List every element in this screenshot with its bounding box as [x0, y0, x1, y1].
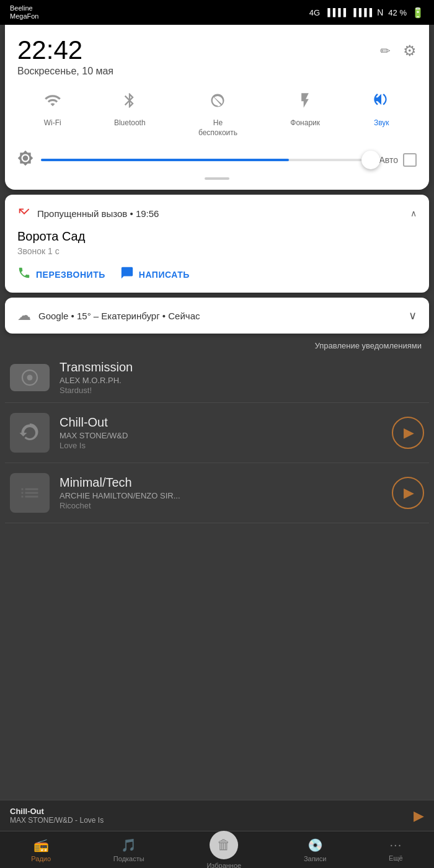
wifi-label: Wi-Fi	[44, 118, 61, 128]
auto-label: Авто	[379, 155, 398, 165]
carrier2-label: MegaFon	[10, 12, 38, 20]
sound-icon	[373, 92, 390, 113]
podcasts-icon: 🎵	[121, 838, 136, 852]
music-title: Chill-Out	[60, 415, 382, 430]
nav-label-podcasts: Подкасты	[113, 855, 144, 862]
wifi-icon	[44, 92, 61, 113]
qs-date: Воскресенье, 10 мая	[17, 66, 113, 77]
carrier1-label: Beeline	[10, 4, 38, 12]
music-artist: ARCHIE HAMILTON/ENZO SIR...	[60, 491, 382, 500]
player-title: Chill-Out	[10, 807, 406, 816]
notif-header: Пропущенный вызов • 19:56 ∧	[17, 205, 417, 222]
play-icon: ▶	[404, 425, 414, 441]
signal-icon: ▐▐▐▐	[325, 8, 346, 17]
bluetooth-icon	[121, 92, 138, 113]
player-artist: MAX STONE/W&D - Love Is	[10, 816, 406, 825]
battery-icon: 🔋	[412, 7, 424, 19]
nfc-icon: N	[377, 7, 383, 17]
flashlight-icon	[296, 92, 314, 113]
music-title: Transmission	[60, 360, 424, 374]
weather-notification: ☁ Google • 15° – Екатеринбург • Сейчас ∨	[5, 298, 429, 334]
play-button-chillout[interactable]: ▶	[392, 417, 424, 449]
signal2-icon: ▐▐▐▐	[351, 8, 372, 17]
album-art-transmission	[10, 364, 50, 391]
nav-label-radio: Радио	[31, 855, 51, 862]
bottom-nav: 📻 Радио 🎵 Подкасты 🗑 Избранное 💿 Записи …	[0, 831, 434, 868]
qs-header-icons: ✏ ⚙	[380, 42, 417, 60]
dnd-icon	[209, 92, 226, 113]
brightness-icon	[17, 150, 33, 170]
notif-title: Пропущенный вызов • 19:56	[37, 208, 402, 219]
svg-point-1	[27, 375, 33, 381]
qs-datetime: 22:42 Воскресенье, 10 мая	[17, 37, 113, 77]
dnd-label: Небеспокоить	[198, 118, 237, 138]
missed-call-notification: Пропущенный вызов • 19:56 ∧ Ворота Сад З…	[5, 195, 429, 293]
list-item: Minimal/Tech ARCHIE HAMILTON/ENZO SIR...…	[5, 463, 429, 523]
nav-item-more[interactable]: ··· Ещё	[389, 838, 403, 862]
auto-brightness-row: Авто	[379, 153, 417, 167]
notif-expand-icon[interactable]: ∧	[410, 208, 417, 218]
brightness-track[interactable]	[41, 159, 371, 161]
send-message-label: НАПИСАТЬ	[139, 270, 190, 280]
signal1-label: 4G	[309, 8, 320, 17]
quick-settings-panel: 22:42 Воскресенье, 10 мая ✏ ⚙ Wi-Fi Blue…	[5, 25, 429, 190]
play-icon: ▶	[404, 485, 414, 501]
app-content: Transmission ALEX M.O.R.PH. Stardust! Ch…	[0, 355, 434, 523]
bluetooth-toggle[interactable]: Bluetooth	[114, 92, 146, 138]
brightness-row: Авто	[17, 150, 417, 170]
notif-actions: ПЕРЕЗВОНИТЬ НАПИСАТЬ	[17, 266, 417, 283]
album-art-chillout	[10, 413, 50, 453]
favorites-icon: 🗑	[210, 831, 238, 859]
qs-time: 22:42	[17, 37, 113, 63]
nav-item-favorites[interactable]: 🗑 Избранное	[206, 831, 241, 869]
sound-toggle[interactable]: Звук	[373, 92, 390, 138]
call-back-button[interactable]: ПЕРЕЗВОНИТЬ	[17, 266, 105, 283]
wifi-toggle[interactable]: Wi-Fi	[44, 92, 61, 138]
radio-icon: 📻	[33, 838, 49, 852]
drag-handle	[17, 177, 417, 180]
list-item: Transmission ALEX M.O.R.PH. Stardust!	[5, 355, 429, 403]
music-artist: MAX STONE/W&D	[60, 431, 382, 440]
brightness-thumb	[361, 151, 380, 169]
chat-icon	[120, 266, 134, 283]
send-message-button[interactable]: НАПИСАТЬ	[120, 266, 190, 283]
gear-icon[interactable]: ⚙	[403, 42, 417, 60]
nav-item-records[interactable]: 💿 Записи	[304, 838, 327, 862]
manage-notifications[interactable]: Управление уведомлениями	[0, 339, 434, 355]
status-indicators: 4G ▐▐▐▐ ▐▐▐▐ N 42 % 🔋	[309, 7, 424, 19]
music-album: Stardust!	[60, 386, 424, 395]
list-item: Chill-Out MAX STONE/W&D Love Is ▶	[5, 403, 429, 463]
call-icon	[17, 266, 31, 283]
records-icon: 💿	[308, 838, 323, 852]
carrier-info: Beeline MegaFon	[10, 4, 38, 20]
battery-label: 42 %	[388, 8, 407, 17]
flashlight-label: Фонарик	[290, 118, 320, 128]
bluetooth-label: Bluetooth	[114, 118, 146, 128]
music-album: Love Is	[60, 441, 382, 450]
player-play-button[interactable]: ▶	[414, 808, 424, 824]
weather-text: Google • 15° – Екатеринбург • Сейчас	[38, 311, 401, 321]
play-button-minimal[interactable]: ▶	[392, 477, 424, 509]
sound-label: Звук	[374, 118, 389, 128]
music-title: Minimal/Tech	[60, 476, 382, 490]
music-album: Ricochet	[60, 501, 382, 510]
missed-call-icon	[17, 205, 31, 222]
dnd-toggle[interactable]: Небеспокоить	[198, 92, 237, 138]
weather-expand-icon[interactable]: ∨	[409, 309, 417, 322]
nav-item-radio[interactable]: 📻 Радио	[31, 838, 51, 862]
music-artist: ALEX M.O.R.PH.	[60, 376, 424, 385]
status-bar: Beeline MegaFon 4G ▐▐▐▐ ▐▐▐▐ N 42 % 🔋	[0, 0, 434, 25]
call-back-label: ПЕРЕЗВОНИТЬ	[36, 270, 105, 280]
nav-item-podcasts[interactable]: 🎵 Подкасты	[113, 838, 144, 862]
nav-label-records: Записи	[304, 855, 327, 862]
edit-icon[interactable]: ✏	[380, 43, 391, 58]
drag-handle-bar	[205, 177, 229, 180]
nav-label-more: Ещё	[389, 854, 403, 862]
qs-header: 22:42 Воскресенье, 10 мая ✏ ⚙	[17, 37, 417, 77]
flashlight-toggle[interactable]: Фонарик	[290, 92, 320, 138]
music-info-chillout: Chill-Out MAX STONE/W&D Love Is	[60, 415, 382, 450]
notif-contact: Ворота Сад	[17, 229, 417, 244]
music-info-transmission: Transmission ALEX M.O.R.PH. Stardust!	[60, 360, 424, 395]
auto-checkbox[interactable]	[403, 153, 417, 167]
music-info-minimal: Minimal/Tech ARCHIE HAMILTON/ENZO SIR...…	[60, 476, 382, 510]
